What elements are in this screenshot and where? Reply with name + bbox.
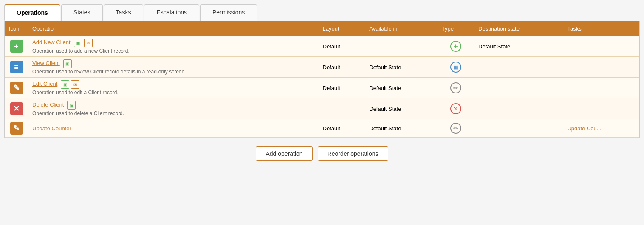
operations-table: Icon Operation Layout Available in Type … xyxy=(5,21,639,138)
row-type-cell: ✏ xyxy=(438,119,474,138)
row-layout-cell xyxy=(319,98,365,119)
tab-operations[interactable]: Operations xyxy=(4,4,60,21)
row-layout-cell: Default xyxy=(319,119,365,138)
row-icon-cell: ✎ xyxy=(5,119,28,138)
table-header-row: Icon Operation Layout Available in Type … xyxy=(5,21,639,36)
tab-permissions[interactable]: Permissions xyxy=(200,4,257,21)
type-icon-view: ▦ xyxy=(450,62,461,73)
mail-icon: ✉ xyxy=(71,80,79,89)
op-icon-red: ✕ xyxy=(10,102,23,115)
row-tasks-cell xyxy=(563,78,639,98)
row-available-cell: Default State xyxy=(365,98,437,119)
row-layout-cell: Default xyxy=(319,36,365,57)
operation-name-link[interactable]: Edit Client xyxy=(32,81,57,87)
row-icon-cell: ✎ xyxy=(5,78,28,98)
page-wrapper: Operations States Tasks Escalations Perm… xyxy=(0,0,644,169)
op-icon-orange: ✎ xyxy=(10,122,23,135)
row-icon-cell: ✕ xyxy=(5,98,28,119)
row-tasks-cell: Update Cou... xyxy=(563,119,639,138)
row-icon-cell: ≡ xyxy=(5,57,28,78)
row-operation-cell: Delete Client▣Operation used to delete a… xyxy=(28,98,319,119)
reorder-operations-button[interactable]: Reorder operations xyxy=(318,146,388,161)
screen-icon: ▣ xyxy=(61,80,69,89)
type-icon-edit: ✏ xyxy=(450,123,461,134)
operation-name-link[interactable]: View Client xyxy=(32,60,60,66)
operation-description: Operation used to add a new Client recor… xyxy=(32,48,314,54)
col-operation: Operation xyxy=(28,21,319,36)
screen-icon: ▣ xyxy=(67,101,76,110)
add-operation-button[interactable]: Add operation xyxy=(256,146,312,161)
operation-name-link[interactable]: Delete Client xyxy=(32,101,64,108)
row-destination-cell xyxy=(474,57,563,78)
row-available-cell: Default State xyxy=(365,57,437,78)
screen-icon: ▣ xyxy=(74,39,82,47)
table-row: ✎Edit Client▣✉Operation used to edit a C… xyxy=(5,78,639,98)
operation-description: Operation used to delete a Client record… xyxy=(32,110,314,116)
row-destination-cell: Default State xyxy=(474,36,563,57)
row-tasks-cell xyxy=(563,36,639,57)
row-type-cell: ✏ xyxy=(438,78,474,98)
col-available: Available in xyxy=(365,21,437,36)
table-row: ≡View Client▣Operation used to review Cl… xyxy=(5,57,639,78)
row-operation-cell: Add New Client▣✉Operation used to add a … xyxy=(28,36,319,57)
row-tasks-cell xyxy=(563,98,639,119)
op-icon-blue: ≡ xyxy=(10,61,23,73)
tab-tasks[interactable]: Tasks xyxy=(104,4,144,21)
operation-name-link[interactable]: Add New Client xyxy=(32,39,71,45)
footer-buttons: Add operation Reorder operations xyxy=(4,146,640,161)
type-icon-delete: ✕ xyxy=(450,103,461,114)
row-operation-cell: View Client▣Operation used to review Cli… xyxy=(28,57,319,78)
tab-escalations[interactable]: Escalations xyxy=(144,4,199,21)
tab-states[interactable]: States xyxy=(61,4,103,21)
op-icon-orange: ✎ xyxy=(10,82,23,94)
operation-description: Operation used to edit a Client record. xyxy=(32,90,314,96)
col-layout: Layout xyxy=(319,21,365,36)
row-icon-cell: + xyxy=(5,36,28,57)
op-icon-green: + xyxy=(10,40,23,53)
col-icon: Icon xyxy=(5,21,28,36)
row-operation-cell: Update Counter xyxy=(28,119,319,138)
row-available-cell xyxy=(365,36,437,57)
row-layout-cell: Default xyxy=(319,57,365,78)
col-type: Type xyxy=(438,21,474,36)
operation-description: Operation used to review Client record d… xyxy=(32,69,314,75)
row-destination-cell xyxy=(474,78,563,98)
type-icon-edit: ✏ xyxy=(450,82,461,93)
table-row: ✕Delete Client▣Operation used to delete … xyxy=(5,98,639,119)
col-destination: Destination state xyxy=(474,21,563,36)
table-row: ✎Update CounterDefaultDefault State✏Upda… xyxy=(5,119,639,138)
screen-icon: ▣ xyxy=(63,59,72,68)
row-type-cell: + xyxy=(438,36,474,57)
row-tasks-cell xyxy=(563,57,639,78)
operation-name-link[interactable]: Update Counter xyxy=(32,125,71,132)
tabs-container: Operations States Tasks Escalations Perm… xyxy=(4,4,640,21)
row-destination-cell xyxy=(474,98,563,119)
task-link[interactable]: Update Cou... xyxy=(567,125,601,132)
operations-table-container: Icon Operation Layout Available in Type … xyxy=(4,21,640,138)
row-operation-cell: Edit Client▣✉Operation used to edit a Cl… xyxy=(28,78,319,98)
mail-icon: ✉ xyxy=(84,39,93,47)
table-row: +Add New Client▣✉Operation used to add a… xyxy=(5,36,639,57)
row-available-cell: Default State xyxy=(365,78,437,98)
col-tasks: Tasks xyxy=(563,21,639,36)
row-available-cell: Default State xyxy=(365,119,437,138)
row-type-cell: ✕ xyxy=(438,98,474,119)
row-destination-cell xyxy=(474,119,563,138)
type-icon-create: + xyxy=(450,41,461,52)
row-layout-cell: Default xyxy=(319,78,365,98)
row-type-cell: ▦ xyxy=(438,57,474,78)
